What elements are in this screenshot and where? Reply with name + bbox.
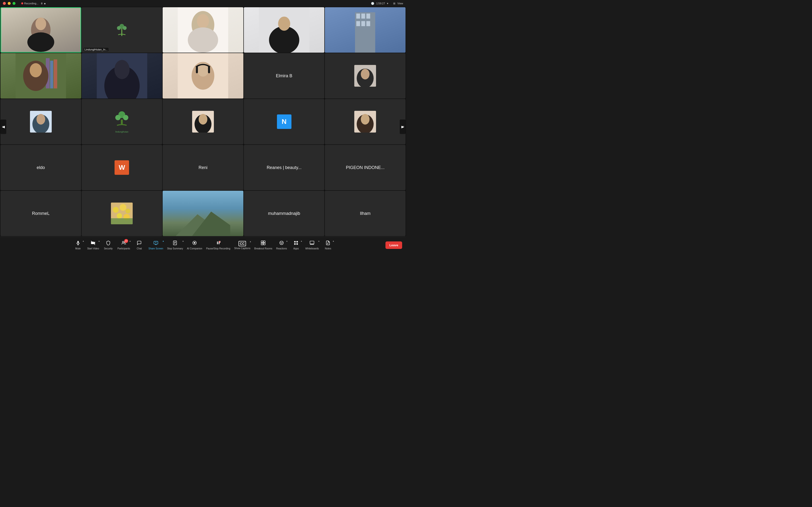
whiteboards-button[interactable]: ▲ Whiteboards xyxy=(303,239,321,251)
mute-caret: ▲ xyxy=(83,240,84,242)
close-button[interactable] xyxy=(3,2,6,5)
svg-point-51 xyxy=(361,114,369,125)
svg-rect-89 xyxy=(294,241,296,243)
apps-icon xyxy=(294,240,298,246)
reactions-button[interactable]: ▲ Reactions xyxy=(274,239,289,251)
participant-cell-15[interactable] xyxy=(325,99,406,145)
svg-rect-18 xyxy=(366,13,370,18)
participant-cell-24[interactable]: muhammadnajib xyxy=(244,191,324,236)
topbar: Recording... ⏸ ■ 🕐 1:59:27 ▾ ⊞ View xyxy=(0,0,406,7)
svg-point-67 xyxy=(122,241,124,243)
svg-rect-19 xyxy=(356,21,360,26)
apps-button[interactable]: ▲ Apps xyxy=(289,239,303,251)
avatar-letter-N: N xyxy=(277,114,292,129)
participant-cell-3[interactable] xyxy=(163,7,243,53)
start-video-button[interactable]: ▲ Start Video xyxy=(85,239,101,251)
svg-rect-24 xyxy=(50,61,53,89)
participant-cell-23[interactable] xyxy=(163,191,243,236)
participant-cell-19[interactable]: Reanes | beauty... xyxy=(244,145,324,190)
svg-point-53 xyxy=(113,207,119,213)
participants-label: Participants xyxy=(117,247,130,250)
participant-cell-25[interactable]: Ilham xyxy=(325,191,406,236)
ai-icon xyxy=(192,240,197,246)
participant-cell-22[interactable] xyxy=(82,191,162,236)
participant-cell-12[interactable]: lindungihutan xyxy=(82,99,162,145)
time-display: 1:59:27 xyxy=(376,2,385,5)
topbar-left: Recording... ⏸ ■ xyxy=(3,2,45,5)
participant-cell-11[interactable] xyxy=(0,99,81,145)
svg-rect-85 xyxy=(263,243,265,245)
apps-label: Apps xyxy=(293,247,299,250)
svg-rect-90 xyxy=(297,241,298,243)
chevron-icon: ▾ xyxy=(387,2,388,5)
participant-cell-13[interactable] xyxy=(163,99,243,145)
ai-companion-button[interactable]: AI Companion xyxy=(185,239,204,251)
participant-cell-18[interactable]: Reni xyxy=(163,145,243,190)
participant-name-19: Reanes | beauty... xyxy=(266,165,301,170)
svg-point-54 xyxy=(120,204,126,211)
participant-name-20: PIGEON INDONE... xyxy=(346,165,385,170)
next-page-button[interactable]: ▶ 1/2 xyxy=(400,119,406,134)
svg-point-56 xyxy=(117,213,122,219)
svg-rect-78 xyxy=(217,241,218,244)
chat-button[interactable]: Chat xyxy=(132,239,146,251)
summary-icon xyxy=(172,240,177,246)
pause-recording-button[interactable]: Pause/Stop Recording xyxy=(204,239,232,251)
microphone-icon xyxy=(75,240,81,246)
svg-point-1 xyxy=(36,17,46,30)
left-page-indicator: 1/2 xyxy=(2,125,5,128)
view-label: View xyxy=(397,2,403,5)
participant-cell-8[interactable] xyxy=(163,53,243,99)
security-button[interactable]: Security xyxy=(101,239,115,251)
participant-cell-9[interactable]: Elmira B xyxy=(244,53,324,99)
svg-point-8 xyxy=(197,14,209,28)
minimize-button[interactable] xyxy=(8,2,11,5)
mute-label: Mute xyxy=(75,247,81,250)
prev-page-button[interactable]: ◀ 1/2 xyxy=(0,119,6,134)
stop-icon[interactable]: ■ xyxy=(44,2,45,5)
recording-label-btn: Pause/Stop Recording xyxy=(206,247,230,250)
breakout-label: Breakout Rooms xyxy=(254,247,272,250)
show-captions-button[interactable]: CC ▲ Show Captions xyxy=(232,240,252,250)
svg-rect-61 xyxy=(77,241,79,243)
svg-rect-45 xyxy=(121,119,123,124)
svg-point-9 xyxy=(188,27,218,53)
participants-button[interactable]: 27 ▲ Participants xyxy=(115,239,132,251)
participant-cell-21[interactable]: RommeL xyxy=(0,191,81,236)
participant-name-24: muhammadnajib xyxy=(268,211,300,216)
participant-cell-6[interactable] xyxy=(0,53,81,99)
breakout-rooms-button[interactable]: Breakout Rooms xyxy=(252,239,274,251)
toolbar: ▲ Mute ▲ Start Video Security xyxy=(0,237,406,253)
share-screen-button[interactable]: ▲ Share Screen xyxy=(146,239,165,251)
svg-rect-25 xyxy=(54,59,57,89)
participant-cell-2[interactable]: LindungiHutan_In... xyxy=(82,7,162,53)
topbar-right: 🕐 1:59:27 ▾ ⊞ View xyxy=(371,2,403,5)
participant-cell-14[interactable]: N xyxy=(244,99,324,145)
participant-cell-1[interactable] xyxy=(0,7,81,53)
leave-button[interactable]: Leave xyxy=(386,241,402,249)
fullscreen-button[interactable] xyxy=(12,2,15,5)
participant-cell-17[interactable]: W xyxy=(82,145,162,190)
participant-cell-4[interactable] xyxy=(244,7,324,53)
svg-point-4 xyxy=(117,26,121,30)
share-caret: ▲ xyxy=(162,240,164,242)
apps-caret: ▲ xyxy=(300,240,302,242)
participants-icon: 27 xyxy=(121,240,126,246)
clock-icon: 🕐 xyxy=(371,2,374,5)
participant-cell-20[interactable]: PIGEON INDONE... xyxy=(325,145,406,190)
reactions-caret: ▲ xyxy=(286,240,288,242)
participant-cell-7[interactable] xyxy=(82,53,162,99)
chat-icon xyxy=(137,240,142,246)
mute-button[interactable]: ▲ Mute xyxy=(71,239,85,251)
pause-icon[interactable]: ⏸ xyxy=(40,2,43,5)
security-icon xyxy=(106,240,111,246)
whiteboard-caret: ▲ xyxy=(318,240,320,242)
share-screen-icon xyxy=(153,240,158,246)
participant-cell-16[interactable]: eldo xyxy=(0,145,81,190)
notes-button[interactable]: ▲ Notes xyxy=(321,239,335,251)
recording-control-icon xyxy=(216,240,221,246)
participant-cell-10[interactable] xyxy=(325,53,406,99)
participant-cell-5[interactable] xyxy=(325,7,406,53)
reactions-icon xyxy=(279,240,284,246)
stop-summary-button[interactable]: ▲ Stop Summary xyxy=(165,239,185,251)
